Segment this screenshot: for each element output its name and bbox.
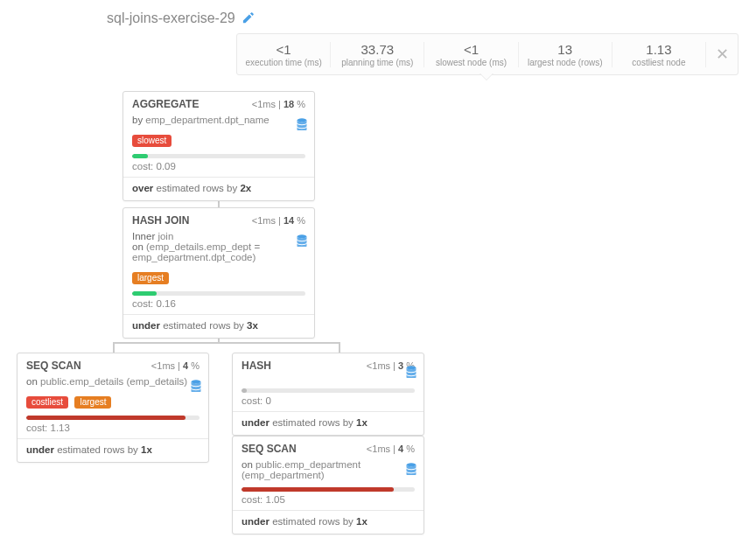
cost-value: 1.13 bbox=[51, 423, 70, 433]
stat-label: planning time (ms) bbox=[331, 58, 424, 67]
plan-node-seq-scan-emp-details[interactable]: SEQ SCAN <1ms | 4 % on public.emp_detail… bbox=[17, 353, 209, 463]
node-detail: public.emp_details (emp_details) bbox=[40, 376, 187, 387]
stat-label: costliest node bbox=[612, 58, 705, 67]
keyword: by bbox=[132, 115, 143, 125]
stat-exec-time: <1 execution time (ms) bbox=[237, 42, 331, 67]
stats-bar: <1 execution time (ms) 33.73 planning ti… bbox=[236, 33, 738, 75]
plan-node-hash-join[interactable]: HASH JOIN <1ms | 14 % Inner join on (emp… bbox=[122, 207, 315, 339]
stat-largest-node: 13 largest node (rows) bbox=[519, 42, 612, 67]
node-detail: join bbox=[158, 231, 173, 241]
cost-label: cost: bbox=[132, 161, 153, 171]
node-timing: <1ms | 4 % bbox=[367, 444, 415, 454]
node-timing: <<11ms | 18 % bbox=[252, 99, 305, 109]
estimate-note: under estimated rows by 1x bbox=[233, 511, 424, 534]
node-detail: emp_department.dpt_name bbox=[145, 115, 269, 125]
stat-plan-time: 33.73 planning time (ms) bbox=[331, 42, 424, 67]
keyword: on bbox=[26, 376, 38, 387]
stats-pointer-icon bbox=[480, 73, 494, 80]
cost-label: cost: bbox=[26, 423, 47, 433]
node-title: SEQ SCAN bbox=[26, 360, 81, 372]
svg-point-3 bbox=[407, 366, 416, 369]
close-icon[interactable]: ✕ bbox=[706, 45, 738, 64]
tag-costliest: costliest bbox=[26, 396, 68, 409]
node-timing: <1ms | 4 % bbox=[151, 360, 200, 371]
stat-label: execution time (ms) bbox=[237, 58, 330, 67]
stat-label: slowest node (ms) bbox=[424, 58, 517, 67]
estimate-note: over estimated rows by 2x bbox=[123, 178, 314, 200]
cost-label: cost: bbox=[132, 298, 153, 309]
svg-point-2 bbox=[192, 380, 201, 383]
connector bbox=[113, 342, 340, 344]
node-title: HASH JOIN bbox=[132, 214, 189, 227]
database-icon[interactable] bbox=[297, 118, 307, 133]
database-icon[interactable] bbox=[297, 234, 307, 249]
cost-value: 0.16 bbox=[157, 298, 176, 309]
plan-node-hash[interactable]: HASH <1ms | 3 % cost: 0 under estimated … bbox=[232, 353, 424, 436]
plan-node-seq-scan-emp-department[interactable]: SEQ SCAN <1ms | 4 % on public.emp_depart… bbox=[232, 436, 424, 535]
estimate-note: under estimated rows by 1x bbox=[18, 439, 208, 462]
svg-point-1 bbox=[298, 234, 307, 238]
page-title-row: sql-joins-exercise-29 bbox=[107, 10, 255, 26]
node-title: SEQ SCAN bbox=[242, 443, 297, 455]
estimate-note: under estimated rows by 3x bbox=[123, 315, 314, 338]
keyword: Inner bbox=[132, 231, 155, 241]
stat-value: <1 bbox=[424, 42, 517, 57]
tag-largest: largest bbox=[74, 396, 111, 409]
node-detail: public.emp_department (emp_department) bbox=[242, 459, 360, 480]
stat-label: largest node (rows) bbox=[519, 58, 612, 67]
cost-label: cost: bbox=[242, 494, 262, 505]
stat-value: 13 bbox=[519, 42, 612, 57]
stat-slowest-node: <1 slowest node (ms) bbox=[424, 42, 518, 67]
plan-title: sql-joins-exercise-29 bbox=[107, 10, 235, 26]
node-title: HASH bbox=[242, 360, 271, 372]
cost-value: 1.05 bbox=[266, 494, 285, 505]
tag-largest: largest bbox=[132, 272, 169, 284]
tag-slowest: slowest bbox=[132, 135, 172, 147]
node-timing: <1ms | 14 % bbox=[252, 215, 305, 226]
node-title: AGGREGATE bbox=[132, 98, 199, 110]
cost-value: 0.09 bbox=[157, 161, 176, 171]
svg-point-0 bbox=[298, 118, 307, 122]
node-detail: (emp_details.emp_dept = emp_department.d… bbox=[132, 241, 260, 262]
stat-value: 33.73 bbox=[331, 42, 424, 57]
database-icon[interactable] bbox=[406, 366, 416, 381]
cost-value: 0 bbox=[266, 395, 271, 406]
keyword: on bbox=[242, 459, 253, 470]
database-icon[interactable] bbox=[406, 463, 416, 478]
plan-node-aggregate[interactable]: AGGREGATE <<11ms | 18 % by emp_departmen… bbox=[122, 91, 315, 201]
keyword: on bbox=[132, 241, 144, 252]
estimate-note: under estimated rows by 1x bbox=[233, 412, 424, 435]
stat-value: 1.13 bbox=[612, 42, 705, 57]
stat-costliest-node: 1.13 costliest node bbox=[612, 42, 706, 67]
edit-icon[interactable] bbox=[242, 11, 255, 26]
stat-value: <1 bbox=[237, 42, 330, 57]
cost-label: cost: bbox=[242, 395, 262, 406]
database-icon[interactable] bbox=[191, 380, 201, 395]
svg-point-4 bbox=[407, 463, 416, 466]
